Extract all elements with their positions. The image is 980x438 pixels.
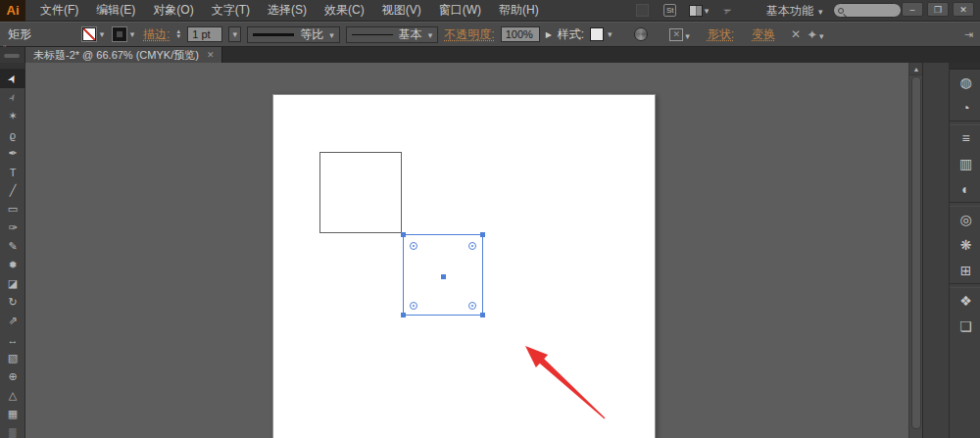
panel-icon-strip: ◍ ◔ ≡ ▥ ◐ ◎ ❋ ⊞ (949, 63, 980, 438)
lasso-tool[interactable]: ϱ (0, 125, 25, 144)
live-corner-widget-top-right[interactable] (468, 242, 476, 250)
live-corner-widget-bottom-right[interactable] (468, 302, 476, 310)
context-label: 矩形 (8, 26, 31, 43)
toolbar-dock-grabber[interactable] (0, 47, 25, 63)
stroke-weight-dropdown[interactable] (228, 26, 241, 42)
scrollbar-thumb[interactable] (911, 76, 921, 429)
scroll-up-icon[interactable]: ▲ (909, 63, 923, 75)
app-logo: Ai (0, 0, 25, 22)
menu-item[interactable]: 编辑(E) (87, 0, 144, 21)
menu-item[interactable]: 视图(V) (373, 0, 430, 21)
live-corner-widget-bottom-left[interactable] (410, 302, 417, 310)
mesh-tool[interactable]: ▦ (0, 405, 25, 423)
isolate-object-icon[interactable]: ✕ (791, 27, 801, 41)
opacity-field[interactable]: 100% (501, 26, 540, 42)
search-input[interactable] (844, 5, 895, 16)
shape-builder-tool[interactable]: ⊕ (0, 367, 25, 386)
restore-button[interactable]: ❐ (927, 2, 949, 17)
close-button[interactable]: ✕ (953, 2, 974, 17)
select-similar-icon[interactable]: ✦ (807, 27, 823, 42)
right-dock: ◍ ◔ ≡ ▥ ◐ ◎ ❋ ⊞ (922, 63, 980, 438)
search-box[interactable] (833, 3, 902, 18)
menu-item[interactable]: 帮助(H) (490, 0, 548, 21)
menu-item[interactable]: 窗口(W) (430, 0, 490, 21)
symbols-icon[interactable]: ❋ (950, 232, 980, 258)
width-tool[interactable]: ↔ (0, 330, 25, 349)
width-profile-dropdown[interactable]: 等比 (247, 26, 340, 43)
pencil-tool[interactable]: ✎ (0, 237, 25, 256)
stroke-weight-stepper[interactable]: ▲▼ (175, 26, 181, 42)
center-point (441, 274, 446, 279)
shape-panel-link[interactable]: 形状: (708, 26, 734, 43)
chevron-down-icon (818, 4, 823, 18)
paintbrush-tool[interactable]: ✑ (0, 219, 25, 237)
menu-item[interactable]: 文件(F) (31, 0, 87, 21)
menu-items: 文件(F) 编辑(E) 对象(O) 文字(T) 选择(S) 效果(C) 视图(V… (31, 0, 548, 21)
close-tab-icon[interactable]: ✕ (207, 50, 215, 60)
bridge-icon[interactable]: St (662, 3, 679, 19)
selection-handle-bottom-left[interactable] (401, 313, 406, 317)
live-corner-widget-top-left[interactable] (410, 242, 417, 250)
transparency-icon[interactable]: ◐ (950, 176, 980, 202)
menu-item[interactable]: 效果(C) (316, 0, 373, 21)
graphic-styles-icon[interactable]: ⊞ (950, 258, 980, 283)
artboard[interactable] (272, 94, 656, 438)
rotate-tool[interactable]: ↻ (0, 293, 25, 312)
line-segment-tool[interactable]: ╱ (0, 181, 25, 200)
search-icon (838, 8, 844, 14)
appearance-icon[interactable]: ◎ (950, 207, 980, 232)
dock-header[interactable] (950, 63, 980, 70)
canvas[interactable] (25, 63, 934, 438)
recolor-artwork-icon[interactable] (634, 27, 648, 41)
rectangle-shape-1[interactable] (319, 152, 402, 233)
share-icon[interactable]: ➣ (718, 3, 736, 19)
opacity-panel-link[interactable]: 不透明度: (444, 26, 494, 43)
chevron-down-icon (605, 27, 614, 41)
artboards-icon[interactable]: ❏ (950, 314, 980, 339)
rectangle-shape-2-selected[interactable] (403, 234, 483, 316)
chevron-down-icon (685, 27, 690, 42)
layers-icon[interactable]: ❖ (950, 288, 980, 314)
workspace-switcher[interactable]: 基本功能 (766, 0, 823, 22)
scale-tool[interactable]: ⇗ (0, 312, 25, 330)
document-setup-icon[interactable]: ✕ (669, 27, 690, 42)
chevron-down-icon (97, 27, 107, 41)
fill-swatch[interactable] (82, 27, 107, 41)
color-icon[interactable]: ◍ (950, 70, 980, 95)
pen-tool[interactable]: ✒ (0, 144, 25, 163)
opacity-flyout-arrow[interactable]: ▶ (546, 30, 552, 39)
selection-tool[interactable]: ➤ (0, 70, 25, 88)
brush-definition-dropdown[interactable]: 基本 (346, 26, 439, 43)
style-label: 样式: (558, 26, 584, 43)
stroke-icon[interactable]: ≡ (950, 125, 980, 151)
magic-wand-tool[interactable]: ✶ (0, 107, 25, 125)
rectangle-tool[interactable]: ▭ (0, 200, 25, 219)
collapse-control-bar-icon[interactable]: ⇥ (964, 28, 972, 41)
menu-item[interactable]: 选择(S) (259, 0, 316, 21)
tools-panel-header[interactable] (0, 63, 24, 70)
perspective-grid-tool[interactable]: △ (0, 386, 25, 405)
color-guide-icon[interactable]: ◔ (950, 95, 980, 121)
stroke-panel-link[interactable]: 描边: (143, 26, 170, 43)
selection-handle-top-right[interactable] (480, 232, 485, 237)
direct-selection-tool[interactable]: ➢ (0, 88, 25, 107)
gradient-tool[interactable]: ▒ (0, 423, 25, 438)
selection-handle-top-left[interactable] (401, 232, 406, 237)
type-tool[interactable]: T (0, 163, 25, 181)
arrange-documents-icon[interactable] (689, 3, 710, 19)
eraser-tool[interactable]: ◪ (0, 274, 25, 293)
stroke-swatch[interactable] (113, 27, 137, 41)
blob-brush-tool[interactable]: ✹ (0, 256, 25, 274)
gradient-icon[interactable]: ▥ (950, 151, 980, 176)
style-swatch[interactable] (590, 27, 614, 41)
menu-item[interactable]: 对象(O) (144, 0, 202, 21)
transform-panel-link[interactable]: 变换 (752, 26, 775, 43)
selection-handle-bottom-right[interactable] (480, 313, 485, 317)
vertical-scrollbar[interactable]: ▲ (908, 63, 922, 438)
menu-item[interactable]: 文字(T) (203, 0, 259, 21)
document-tab[interactable]: 未标题-2* @ 66.67% (CMYK/预览) ✕ (25, 47, 222, 63)
minimize-button[interactable]: – (902, 2, 923, 17)
document-tab-bar: 未标题-2* @ 66.67% (CMYK/预览) ✕ (0, 47, 980, 63)
stroke-weight-field[interactable]: 1 pt (187, 26, 222, 42)
free-transform-tool[interactable]: ▧ (0, 349, 25, 367)
